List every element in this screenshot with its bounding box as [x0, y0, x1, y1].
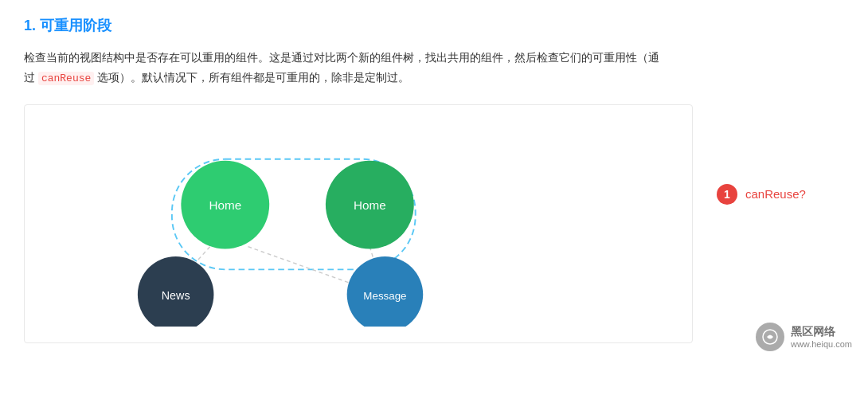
home2-label: Home [354, 198, 386, 211]
line-home1-message [248, 246, 354, 284]
watermark-url: www.heiqu.com [791, 339, 852, 349]
watermark-name: 黑区网络 [791, 325, 852, 339]
can-reuse-annotation: 1 canReuse? [717, 184, 806, 205]
news-label: News [162, 288, 190, 301]
watermark: 黑区网络 www.heiqu.com [756, 323, 852, 351]
can-reuse-label: canReuse? [745, 187, 806, 201]
desc-text-2: 选项）。默认情况下，所有组件都是可重用的，除非是定制过。 [97, 71, 409, 84]
message-label: Message [363, 289, 406, 301]
watermark-logo [756, 323, 784, 351]
code-canreuse: canReuse [38, 72, 94, 85]
description: 检查当前的视图结构中是否存在可以重用的组件。这是通过对比两个新的组件树，找出共用… [24, 48, 661, 88]
section-title: 1. 可重用阶段 [24, 16, 844, 35]
watermark-text: 黑区网络 www.heiqu.com [791, 325, 852, 349]
diagram-container: Home Home News Message [24, 104, 693, 343]
can-reuse-badge: 1 [717, 184, 737, 205]
diagram-svg: Home Home News Message [41, 121, 676, 327]
page-container: 1. 可重用阶段 检查当前的视图结构中是否存在可以重用的组件。这是通过对比两个新… [0, 0, 868, 359]
home1-label: Home [209, 198, 241, 211]
